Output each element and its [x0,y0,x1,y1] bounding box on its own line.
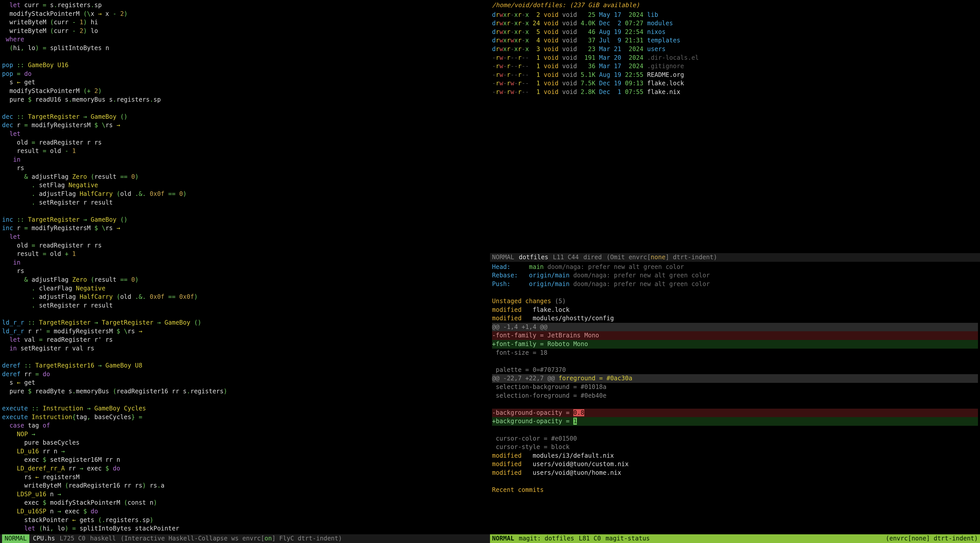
diff-context: cursor-color = #e01500 [492,435,978,443]
dired-buffer[interactable]: /home/void/dotfiles: (237 GiB available)… [490,0,980,253]
minor-modes: (Omit envrc[none] dtrt-indent) [606,253,717,262]
dired-row[interactable]: -rw-rw-r-- 1 void void 7.5K Dec 19 09:13… [492,79,978,88]
buffer-name: dotfiles [519,253,549,262]
hunk-header[interactable]: @@ -22,7 +22,7 @@ foreground = #0ac30a [492,374,978,383]
diff-added[interactable]: +font-family = Roboto Mono [492,340,978,349]
file-row[interactable]: modified modules/ghostty/config [492,315,614,322]
file-row[interactable]: modified modules/i3/default.nix [492,452,614,459]
evil-state: NORMAL [492,534,514,543]
minor-modes: (envrc[none] dtrt-indent) [886,534,978,543]
dired-listing[interactable]: drwxr-xr-x 2 void void 25 May 17 2024 li… [492,11,978,97]
buffer-name: magit: dotfiles [519,534,574,543]
major-mode: magit-status [606,534,650,543]
dired-row[interactable]: drwxr-xr-x 3 void void 23 Mar 21 2024 us… [492,45,978,54]
dired-row[interactable]: drwxr-xr-x 5 void void 46 Aug 19 22:54 n… [492,28,978,37]
right-pane: /home/void/dotfiles: (237 GiB available)… [490,0,980,543]
diff-context: selection-foreground = #0eb40e [492,392,978,400]
dired-row[interactable]: -rw-rw-r-- 1 void void 2.8K Dec 1 07:55 … [492,88,978,97]
dired-header: /home/void/dotfiles: (237 GiB available) [492,1,978,11]
major-mode: haskell [90,534,116,543]
diff-removed[interactable]: -background-opacity = 0.8 [492,409,978,418]
cursor-pos: L725 C0 [59,534,85,543]
magit-window: Head: main doom/naga: prefer new alt gre… [490,262,980,543]
evil-state: NORMAL [2,534,29,543]
magit-buffer[interactable]: Head: main doom/naga: prefer new alt gre… [490,262,980,534]
haskell-source[interactable]: let curr = s.registers.sp modifyStackPoi… [2,1,488,533]
dired-row[interactable]: -rw-r--r-- 1 void void 5.1K Aug 19 22:55… [492,71,978,79]
recent-commits-header[interactable]: Recent commits [492,486,544,494]
left-modeline: NORMAL CPU.hs L725 C0 haskell (Interacti… [0,534,490,543]
major-mode: dired [583,253,601,262]
diff-removed[interactable]: -font-family = JetBrains Mono [492,331,978,340]
emacs-frame: let curr = s.registers.sp modifyStackPoi… [0,0,980,543]
minor-modes: (Interactive Haskell-Collapse ws envrc[o… [121,534,342,543]
dired-row[interactable]: drwxrwxr-x 4 void void 37 Jul 9 21:31 te… [492,36,978,45]
diff-context: cursor-style = block [492,443,978,452]
diff-added[interactable]: +background-opacity = 1 [492,417,978,426]
left-pane: let curr = s.registers.sp modifyStackPoi… [0,0,490,543]
diff-context: font-size = 18 [492,349,978,357]
dired-row[interactable]: drwxr-xr-x 24 void void 4.0K Dec 2 07:27… [492,19,978,28]
code-buffer[interactable]: let curr = s.registers.sp modifyStackPoi… [0,0,490,534]
file-row[interactable]: modified users/void@tuon/home.nix [492,469,621,476]
dired-modeline: NORMAL dotfiles L11 C44 dired (Omit envr… [490,253,980,262]
dired-row[interactable]: drwxr-xr-x 2 void void 25 May 17 2024 li… [492,11,978,19]
diff-context: selection-background = #01018a [492,383,978,392]
buffer-name: CPU.hs [33,534,55,543]
unstaged-header[interactable]: Unstaged changes [492,298,551,305]
dired-row[interactable]: -rw-r--r-- 1 void void 36 Mar 17 2024 .g… [492,62,978,71]
cursor-pos: L11 C44 [553,253,579,262]
cursor-pos: L81 C0 [579,534,601,543]
dired-row[interactable]: -rw-r--r-- 1 void void 191 Mar 20 2024 .… [492,54,978,62]
hunk-header[interactable]: @@ -1,4 +1,4 @@ [492,323,978,332]
file-row[interactable]: modified users/void@tuon/custom.nix [492,460,629,468]
magit-modeline: NORMAL magit: dotfiles L81 C0 magit-stat… [490,534,980,543]
magit-status[interactable]: Head: main doom/naga: prefer new alt gre… [492,263,978,494]
diff-context: palette = 0=#707370 [492,366,978,375]
file-row[interactable]: modified flake.lock [492,306,570,313]
evil-state: NORMAL [492,253,514,262]
dired-window: /home/void/dotfiles: (237 GiB available)… [490,0,980,262]
